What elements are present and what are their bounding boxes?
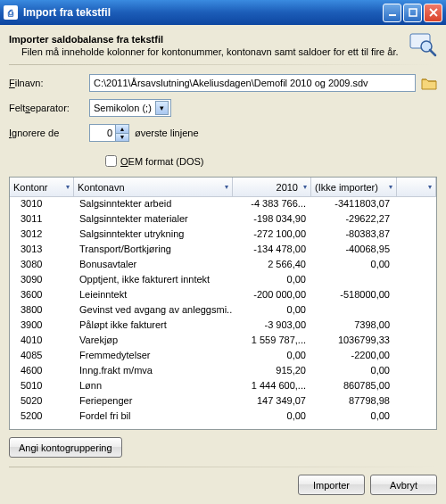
cell-year: 0,00 <box>233 349 311 364</box>
import-button[interactable]: Importer <box>298 475 365 495</box>
cell-extra: -80383,87 <box>311 227 397 243</box>
column-header-kontonavn[interactable]: Kontonavn▾ <box>74 178 233 196</box>
header-title: Importer saldobalanse fra tekstfil <box>9 34 399 45</box>
cell-year: 2 566,40 <box>233 258 311 273</box>
cell-extra: -29622,27 <box>311 212 397 227</box>
cell-extra: 1036799,33 <box>311 334 397 349</box>
table-row[interactable]: 3800Gevinst ved avgang av anleggsmi...0,… <box>10 303 436 318</box>
sort-icon: ▾ <box>66 183 70 191</box>
minimize-button[interactable] <box>383 4 401 22</box>
cell-kontonavn: Lønn <box>74 379 233 394</box>
cell-kontonavn: Påløpt ikke fakturert <box>74 318 233 334</box>
table-row[interactable]: 3600Leieinntekt-200 000,00-518000,00 <box>10 288 436 303</box>
cell-extra: -2200,00 <box>311 349 397 364</box>
cell-kontonr: 5010 <box>10 379 74 394</box>
filnavn-label: Filnavn: <box>9 78 89 88</box>
cell-year: -134 478,00 <box>233 243 311 258</box>
filnavn-input[interactable] <box>89 74 416 92</box>
cell-kontonr: 3010 <box>10 197 74 212</box>
cell-kontonavn: Bonusavtaler <box>74 258 233 273</box>
ignorere-spinner[interactable]: ▲ ▼ <box>89 124 129 142</box>
svg-line-6 <box>430 50 435 55</box>
cell-year: -198 034,90 <box>233 212 311 227</box>
column-header-year[interactable]: 2010▾ <box>233 178 311 196</box>
oem-checkbox[interactable] <box>105 155 117 167</box>
grid-body[interactable]: 3010Salgsinntekter arbeid-4 383 766...-3… <box>10 197 436 429</box>
window-title: Import fra tekstfil <box>23 6 111 19</box>
close-button[interactable] <box>424 4 442 22</box>
svg-rect-0 <box>389 14 396 16</box>
cell-kontonr: 3013 <box>10 243 74 258</box>
sort-icon: ▾ <box>389 183 392 191</box>
cell-extra: -518000,00 <box>311 288 397 303</box>
table-row[interactable]: 3011Salgsinntekter materialer-198 034,90… <box>10 212 436 227</box>
feltseparator-value: Semikolon (;) <box>94 103 152 113</box>
cell-extra: -40068,95 <box>311 243 397 258</box>
table-row[interactable]: 3900Påløpt ikke fakturert-3 903,007398,0… <box>10 318 436 334</box>
sort-icon: ▾ <box>303 183 307 191</box>
column-header-empty[interactable]: ▾ <box>397 178 436 196</box>
cell-extra: 860785,00 <box>311 379 397 394</box>
magnifier-icon <box>409 32 437 57</box>
cancel-button[interactable]: Avbryt <box>370 475 437 495</box>
spinner-down-icon[interactable]: ▼ <box>115 134 128 142</box>
chevron-down-icon: ▾ <box>155 101 169 115</box>
feltseparator-combo[interactable]: Semikolon (;) ▾ <box>89 99 171 117</box>
cell-kontonavn: Fremmedytelser <box>74 349 233 364</box>
divider <box>9 467 437 467</box>
cell-kontonavn: Salgsinntekter arbeid <box>74 197 233 212</box>
cell-kontonavn: Salgsinntekter utrykning <box>74 227 233 243</box>
cell-year: -200 000,00 <box>233 288 311 303</box>
browse-folder-icon[interactable] <box>421 75 437 91</box>
cell-extra: 0,00 <box>311 409 397 425</box>
dialog-content: Importer saldobalanse fra tekstfil Filen… <box>0 25 446 504</box>
divider <box>9 64 437 65</box>
ignorere-label: Ignorere de <box>9 128 89 138</box>
data-grid: Kontonr▾ Kontonavn▾ 2010▾ (Ikke importer… <box>9 177 437 430</box>
table-row[interactable]: 4085Fremmedytelser0,00-2200,00 <box>10 349 436 364</box>
table-row[interactable]: 3013Transport/Bortkjøring-134 478,00-400… <box>10 243 436 258</box>
cell-extra <box>311 273 397 288</box>
cell-year: 0,00 <box>233 409 311 425</box>
cell-year: 1 444 600,... <box>233 379 311 394</box>
cell-kontonr: 3012 <box>10 227 74 243</box>
cell-kontonr: 5200 <box>10 409 74 425</box>
cell-year: 147 349,07 <box>233 394 311 409</box>
grouping-button[interactable]: Angi kontogruppering <box>9 437 122 458</box>
column-header-extra[interactable]: (Ikke importer)▾ <box>311 178 397 196</box>
cell-extra: 7398,00 <box>311 318 397 334</box>
cell-year: 0,00 <box>233 273 311 288</box>
maximize-button[interactable] <box>403 4 422 22</box>
table-row[interactable]: 4010Varekjøp1 559 787,...1036799,33 <box>10 334 436 349</box>
spinner-up-icon[interactable]: ▲ <box>115 125 128 134</box>
table-row[interactable]: 3012Salgsinntekter utrykning-272 100,00-… <box>10 227 436 243</box>
svg-rect-1 <box>409 9 417 16</box>
cell-year: 915,20 <box>233 364 311 379</box>
table-row[interactable]: 3080Bonusavtaler2 566,400,00 <box>10 258 436 273</box>
cell-extra <box>311 303 397 318</box>
titlebar[interactable]: ⎙ Import fra tekstfil <box>0 0 446 25</box>
cell-kontonavn: Salgsinntekter materialer <box>74 212 233 227</box>
sort-icon: ▾ <box>428 183 432 191</box>
ignorere-value[interactable] <box>90 125 115 141</box>
sort-icon: ▾ <box>225 183 228 191</box>
table-row[interactable]: 5020Feriepenger147 349,0787798,98 <box>10 394 436 409</box>
table-row[interactable]: 5010Lønn1 444 600,...860785,00 <box>10 379 436 394</box>
cell-kontonavn: Inng.frakt m/mva <box>74 364 233 379</box>
cell-kontonavn: Opptjent, ikke fakturert inntekt <box>74 273 233 288</box>
table-row[interactable]: 3090Opptjent, ikke fakturert inntekt0,00 <box>10 273 436 288</box>
table-row[interactable]: 4600Inng.frakt m/mva915,200,00 <box>10 364 436 379</box>
cell-kontonavn: Gevinst ved avgang av anleggsmi... <box>74 303 233 318</box>
table-row[interactable]: 3010Salgsinntekter arbeid-4 383 766...-3… <box>10 197 436 212</box>
column-header-kontonr[interactable]: Kontonr▾ <box>10 178 74 196</box>
grid-header: Kontonr▾ Kontonavn▾ 2010▾ (Ikke importer… <box>10 178 436 197</box>
ignorere-suffix: øverste linjene <box>135 128 199 138</box>
cell-extra: 87798,98 <box>311 394 397 409</box>
cell-kontonavn: Feriepenger <box>74 394 233 409</box>
oem-label: OEM format (DOS) <box>120 156 204 167</box>
close-icon <box>429 8 438 17</box>
table-row[interactable]: 5200Fordel fri bil0,000,00 <box>10 409 436 425</box>
cell-kontonr: 4010 <box>10 334 74 349</box>
cell-kontonavn: Transport/Bortkjøring <box>74 243 233 258</box>
cell-kontonavn: Fordel fri bil <box>74 409 233 425</box>
